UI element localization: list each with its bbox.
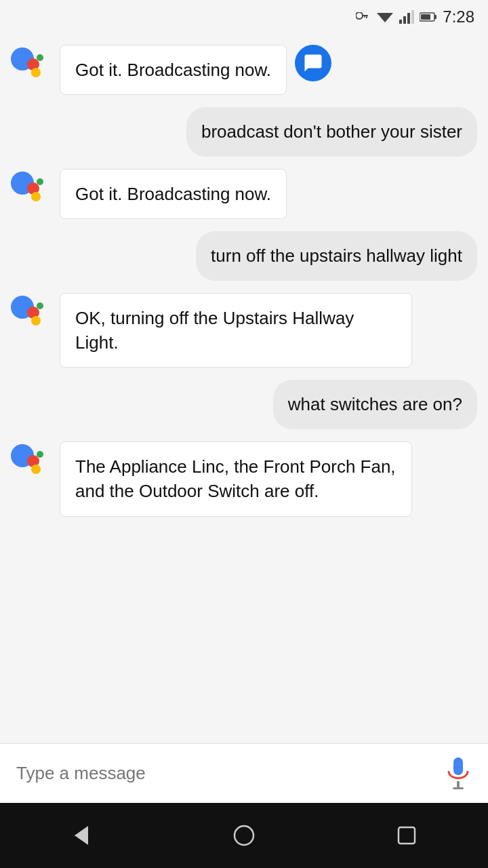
svg-rect-8 <box>411 10 414 24</box>
assistant-bubble-4: The Appliance Linc, the Front Porch Fan,… <box>60 441 412 517</box>
svg-marker-15 <box>75 826 88 845</box>
recents-button[interactable] <box>386 815 427 856</box>
svg-rect-7 <box>407 13 410 24</box>
svg-rect-1 <box>362 15 368 16</box>
user-avatar-icon <box>295 45 331 81</box>
home-icon <box>232 823 256 848</box>
svg-point-16 <box>235 826 253 845</box>
svg-rect-17 <box>399 827 415 844</box>
avatar-dot-green-2 <box>37 178 43 185</box>
avatar-dot-yellow <box>31 68 41 77</box>
svg-rect-5 <box>399 20 402 24</box>
message-row-3: Got it. Broadcasting now. <box>11 169 477 219</box>
svg-rect-10 <box>434 15 436 19</box>
assistant-bubble-1: Got it. Broadcasting now. <box>60 45 287 95</box>
assistant-avatar-2 <box>11 172 52 212</box>
svg-point-0 <box>356 12 363 19</box>
key-icon <box>356 12 371 22</box>
svg-rect-6 <box>403 16 406 24</box>
avatar-dot-yellow-2 <box>31 192 41 201</box>
back-icon <box>69 823 94 848</box>
assistant-avatar-3 <box>11 296 52 336</box>
message-row-4: turn off the upstairs hallway light <box>11 231 477 280</box>
avatar-dot-yellow-4 <box>31 465 41 474</box>
avatar-dot-yellow-3 <box>31 316 41 326</box>
mic-icon <box>446 756 470 791</box>
message-input[interactable] <box>16 763 434 784</box>
avatar-dot-green-3 <box>37 302 43 309</box>
svg-marker-4 <box>377 13 393 22</box>
home-button[interactable] <box>224 815 264 856</box>
recents-icon <box>396 825 418 846</box>
user-bubble-2: turn off the upstairs hallway light <box>196 231 477 280</box>
svg-rect-11 <box>421 14 430 20</box>
assistant-avatar <box>11 47 52 88</box>
svg-rect-12 <box>453 757 463 775</box>
status-bar: 7:28 <box>0 0 488 34</box>
avatar-dot-green <box>37 54 43 61</box>
user-bubble-3: what switches are on? <box>273 380 477 429</box>
battery-icon <box>420 12 437 22</box>
message-row-2: broadcast don't bother your sister <box>11 107 477 156</box>
chat-area: Got it. Broadcasting now. broadcast don'… <box>0 34 488 743</box>
svg-rect-2 <box>366 16 367 18</box>
user-bubble-1: broadcast don't bother your sister <box>186 107 477 156</box>
message-row-1: Got it. Broadcasting now. <box>11 45 477 95</box>
svg-rect-3 <box>364 16 365 18</box>
message-icon <box>303 53 323 73</box>
wifi-icon <box>376 10 394 24</box>
svg-rect-14 <box>453 787 464 789</box>
assistant-avatar-4 <box>11 444 52 485</box>
status-time: 7:28 <box>443 7 474 26</box>
back-button[interactable] <box>61 815 102 856</box>
svg-rect-13 <box>457 781 460 787</box>
message-row-7: The Appliance Linc, the Front Porch Fan,… <box>11 441 477 517</box>
message-row-6: what switches are on? <box>11 380 477 429</box>
nav-bar <box>0 803 488 868</box>
signal-icon <box>399 10 414 24</box>
status-icons: 7:28 <box>356 7 474 26</box>
mic-button[interactable] <box>445 756 472 791</box>
message-row-5: OK, turning off the Upstairs Hallway Lig… <box>11 293 477 368</box>
assistant-bubble-2: Got it. Broadcasting now. <box>60 169 287 219</box>
input-bar <box>0 743 488 803</box>
avatar-dot-green-4 <box>37 451 43 458</box>
assistant-bubble-3: OK, turning off the Upstairs Hallway Lig… <box>60 293 412 368</box>
